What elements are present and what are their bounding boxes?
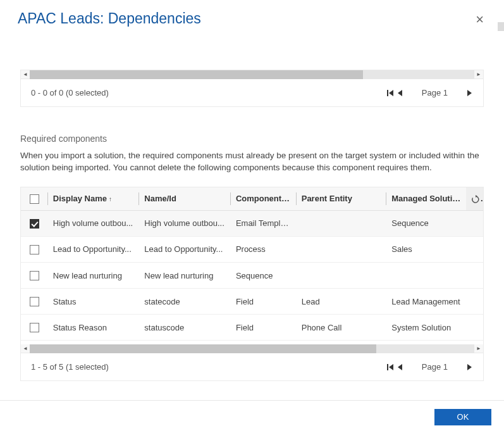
cell-component-type: Email Template	[231, 210, 297, 236]
cell-parent-entity: Lead	[297, 289, 387, 315]
cell-display-name: Status Reason	[48, 315, 140, 341]
lower-pager-status: 1 - 5 of 5 (1 selected)	[31, 362, 109, 372]
lower-pager-controls: Page 1	[386, 362, 473, 372]
svg-marker-1	[389, 90, 393, 96]
svg-rect-0	[387, 90, 388, 96]
dependencies-dialog: APAC Leads: Dependencies × ◄ ► 0 - 0 of …	[0, 0, 504, 433]
refresh-icon[interactable]	[471, 194, 480, 203]
cell-spacer	[466, 262, 483, 288]
svg-marker-8	[467, 364, 472, 370]
cell-name-id: statuscode	[139, 315, 231, 341]
cell-spacer	[466, 236, 483, 262]
ok-button[interactable]: OK	[434, 409, 491, 425]
row-checkbox[interactable]	[30, 323, 39, 332]
cell-name-id: New lead nurturing	[139, 262, 231, 288]
cell-parent-entity: Phone Call	[297, 315, 387, 341]
cell-managed-solution: Sequence	[386, 210, 466, 236]
scroll-track[interactable]	[30, 70, 474, 79]
lower-pager: 1 - 5 of 5 (1 selected) Page 1	[21, 353, 483, 380]
col-managed-solution[interactable]: Managed Solution	[386, 187, 466, 211]
col-parent-entity[interactable]: Parent Entity	[297, 187, 387, 211]
dialog-header: APAC Leads: Dependencies ×	[0, 0, 504, 29]
scroll-track[interactable]	[30, 344, 474, 353]
table-row[interactable]: New lead nurturingNew lead nurturingSequ…	[21, 262, 483, 288]
col-name-id[interactable]: Name/Id	[139, 187, 231, 211]
row-checkbox[interactable]	[30, 245, 39, 254]
lower-horizontal-scrollbar[interactable]: ◄ ►	[21, 344, 483, 353]
cell-component-type: Field	[231, 289, 297, 315]
scroll-right-icon[interactable]: ►	[474, 70, 483, 79]
table-row[interactable]: Status ReasonstatuscodeFieldPhone CallSy…	[21, 315, 483, 341]
upper-pager-status: 0 - 0 of 0 (0 selected)	[31, 88, 109, 97]
prev-page-icon[interactable]	[396, 89, 404, 97]
svg-marker-7	[398, 364, 402, 370]
section-description: When you import a solution, the required…	[20, 150, 484, 174]
table-row[interactable]: StatusstatecodeFieldLeadLead Management	[21, 289, 483, 315]
row-checkbox[interactable]	[30, 219, 39, 229]
cell-display-name: Lead to Opportunity...	[48, 236, 140, 262]
cell-managed-solution: Sales	[386, 236, 466, 262]
col-display-name[interactable]: Display Name↑	[48, 187, 140, 211]
scroll-right-icon[interactable]: ►	[474, 344, 483, 353]
upper-horizontal-scrollbar[interactable]: ◄ ►	[21, 70, 483, 79]
first-page-icon[interactable]	[386, 89, 395, 97]
cell-name-id: High volume outbou...	[139, 210, 231, 236]
cell-display-name: Status	[48, 289, 140, 315]
components-grid-panel: Display Name↑ Name/Id Component T... Par…	[20, 187, 484, 381]
scroll-left-icon[interactable]: ◄	[21, 344, 30, 353]
dialog-body: ◄ ► 0 - 0 of 0 (0 selected)	[0, 38, 504, 400]
svg-marker-6	[389, 364, 393, 370]
section-heading: Required components	[20, 134, 484, 144]
select-all-checkbox[interactable]	[30, 194, 39, 204]
close-icon[interactable]: ×	[470, 10, 489, 29]
svg-rect-5	[387, 364, 388, 370]
upper-pager: 0 - 0 of 0 (0 selected) Page 1	[21, 79, 483, 106]
next-page-icon[interactable]	[465, 363, 473, 372]
components-table: Display Name↑ Name/Id Component T... Par…	[21, 187, 483, 341]
cell-display-name: New lead nurturing	[48, 262, 140, 288]
col-display-name-label: Display Name	[53, 194, 107, 203]
cell-parent-entity	[297, 236, 387, 262]
prev-page-icon[interactable]	[396, 363, 404, 372]
table-row[interactable]: High volume outbou...High volume outbou.…	[21, 210, 483, 236]
cell-managed-solution: Lead Management	[386, 289, 466, 315]
upper-pager-controls: Page 1	[386, 88, 473, 97]
svg-marker-2	[398, 90, 402, 96]
cell-managed-solution: System Solution	[386, 315, 466, 341]
next-page-icon[interactable]	[465, 89, 473, 97]
upper-grid-panel: ◄ ► 0 - 0 of 0 (0 selected)	[20, 70, 484, 107]
cell-spacer	[466, 210, 483, 236]
first-page-icon[interactable]	[386, 363, 395, 372]
scroll-thumb[interactable]	[30, 344, 376, 353]
row-checkbox[interactable]	[30, 297, 39, 306]
cell-component-type: Sequence	[231, 262, 297, 288]
dialog-footer: OK	[0, 400, 504, 433]
lower-page-label: Page 1	[422, 362, 448, 372]
upper-page-label: Page 1	[422, 88, 448, 97]
cell-parent-entity	[297, 210, 387, 236]
dialog-title: APAC Leads: Dependencies	[18, 10, 201, 27]
svg-marker-3	[467, 90, 472, 96]
cell-name-id: Lead to Opportunity...	[139, 236, 231, 262]
cell-spacer	[466, 289, 483, 315]
cell-managed-solution	[386, 262, 466, 288]
cell-component-type: Field	[231, 315, 297, 341]
cell-name-id: statecode	[139, 289, 231, 315]
select-all-header[interactable]	[21, 187, 48, 211]
cell-parent-entity	[297, 262, 387, 288]
scroll-thumb[interactable]	[30, 70, 363, 79]
sort-ascending-icon: ↑	[109, 196, 112, 203]
cell-display-name: High volume outbou...	[48, 210, 140, 236]
col-component-type[interactable]: Component T...	[231, 187, 297, 211]
refresh-column[interactable]	[466, 187, 483, 211]
cell-spacer	[466, 315, 483, 341]
cell-component-type: Process	[231, 236, 297, 262]
dialog-vertical-scrollbar[interactable]	[498, 22, 504, 433]
row-checkbox[interactable]	[30, 271, 39, 280]
scroll-left-icon[interactable]: ◄	[21, 70, 30, 79]
table-row[interactable]: Lead to Opportunity...Lead to Opportunit…	[21, 236, 483, 262]
